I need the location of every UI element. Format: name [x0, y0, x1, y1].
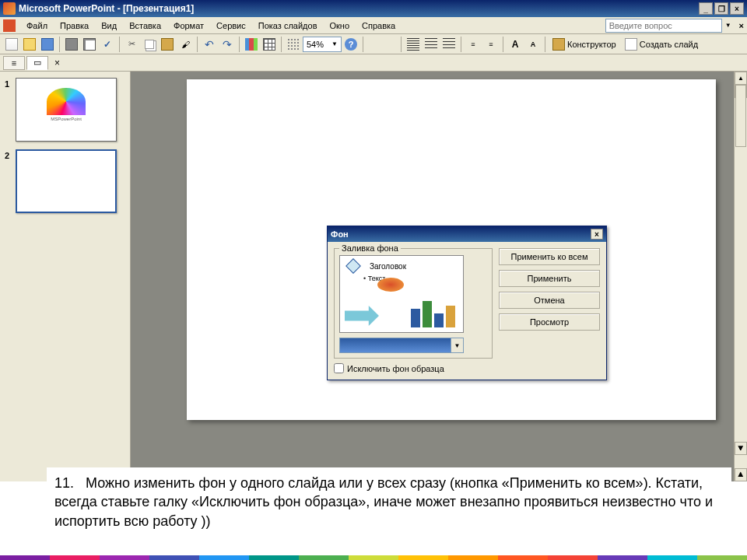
thumbnail-number: 1	[5, 78, 16, 142]
font-shrink-button[interactable]: A	[524, 36, 542, 53]
caption-text: Можно изменить фон у одного слайда или у…	[54, 475, 713, 529]
separator	[59, 37, 60, 52]
separator	[197, 37, 198, 52]
exclude-master-input[interactable]	[334, 363, 344, 373]
slides-tab[interactable]: ▭	[26, 56, 48, 70]
thumbnail-item[interactable]: 1 MSPowerPoint	[5, 78, 125, 142]
paste-button[interactable]	[159, 36, 176, 53]
splash-graphic	[377, 278, 404, 292]
vertical-scrollbar[interactable]: ▲ ▼ ⯅ ⯆	[734, 72, 747, 481]
print-button[interactable]	[63, 36, 80, 53]
spellcheck-button[interactable]: ✓	[99, 36, 116, 53]
outline-tab[interactable]: ≡	[3, 56, 25, 70]
menu-format[interactable]: Формат	[167, 19, 210, 32]
decrease-indent-button[interactable]: ≡	[465, 36, 482, 53]
scissors-icon: ✂	[128, 39, 135, 49]
thumbnail-preview-selected[interactable]	[16, 149, 117, 213]
menu-edit[interactable]: Правка	[54, 19, 95, 32]
zoom-value: 54%	[307, 40, 324, 49]
fill-group-label: Заливка фона	[339, 243, 401, 253]
redo-button[interactable]: ↷	[219, 36, 236, 53]
bullets-button[interactable]	[423, 36, 440, 53]
cancel-button[interactable]: Отмена	[499, 292, 600, 309]
font-grow-button[interactable]: A	[507, 36, 524, 53]
thumbnail-preview[interactable]: MSPowerPoint	[16, 78, 117, 142]
slide-thumbnails-pane: 1 MSPowerPoint 2	[0, 72, 131, 481]
table-button[interactable]	[261, 36, 278, 53]
doc-icon	[3, 19, 16, 32]
preview-button[interactable]: Просмотр	[499, 313, 600, 331]
preview-button[interactable]	[81, 36, 98, 53]
thumbnail-number: 2	[5, 149, 16, 213]
open-button[interactable]	[21, 36, 38, 53]
cut-button[interactable]: ✂	[123, 36, 140, 53]
bottom-color-strip	[0, 555, 747, 560]
standard-toolbar: ✓ ✂ 🖌 ↶ ↷ 54% ▼ ? ≡ ≡ A A Конструктор Со…	[0, 34, 747, 54]
menu-tools[interactable]: Сервис	[210, 19, 252, 32]
menu-file[interactable]: Файл	[20, 19, 54, 32]
thumbnail-content: MSPowerPoint	[23, 85, 110, 135]
chart-icon	[245, 38, 258, 51]
menu-insert[interactable]: Вставка	[123, 19, 167, 32]
prev-slide-button[interactable]: ⯅	[735, 468, 747, 481]
apply-button[interactable]: Применить	[499, 270, 600, 287]
new-button[interactable]	[3, 36, 20, 53]
align-left-icon	[407, 38, 419, 51]
separator	[119, 37, 120, 52]
fill-color-dropdown[interactable]: ▼	[339, 338, 464, 353]
menu-view[interactable]: Вид	[95, 19, 123, 32]
format-painter-button[interactable]: 🖌	[177, 36, 194, 53]
clipboard-icon	[161, 38, 174, 51]
undo-button[interactable]: ↶	[201, 36, 218, 53]
table-icon	[263, 38, 275, 51]
increase-indent-button[interactable]: ≡	[482, 36, 500, 53]
zoom-dropdown[interactable]: 54% ▼	[303, 37, 342, 52]
help-search-box	[605, 19, 722, 33]
designer-icon	[552, 38, 565, 51]
scroll-thumb[interactable]	[735, 85, 746, 147]
pane-close-button[interactable]: ×	[54, 58, 60, 68]
decrease-indent-icon: ≡	[471, 40, 475, 48]
chart-button[interactable]	[243, 36, 260, 53]
exclude-master-checkbox[interactable]: Исключить фон образца	[334, 363, 493, 373]
bars-graphic	[411, 301, 455, 327]
restore-button[interactable]: ❐	[714, 2, 728, 15]
dialog-body: Заливка фона Заголовок Текст ▼ Исключить…	[328, 242, 606, 380]
grid-button[interactable]	[285, 36, 302, 53]
numbering-button[interactable]	[440, 36, 458, 53]
help-dropdown-arrow[interactable]: ▼	[725, 22, 731, 29]
menu-window[interactable]: Окно	[324, 19, 356, 32]
close-button[interactable]: ×	[730, 2, 744, 15]
separator	[239, 37, 240, 52]
background-dialog: Фон × Заливка фона Заголовок Текст ▼	[327, 226, 607, 380]
new-icon	[5, 38, 18, 51]
preview-icon	[83, 38, 96, 51]
minimize-button[interactable]: _	[699, 2, 713, 15]
fill-groupbox: Заливка фона Заголовок Текст ▼	[334, 248, 493, 359]
next-slide-button[interactable]: ⯆	[735, 442, 747, 455]
new-slide-button[interactable]: Создать слайд	[621, 36, 702, 53]
mdi-close-button[interactable]: ×	[739, 21, 744, 30]
help-search-input[interactable]	[605, 19, 722, 33]
window-titlebar: Microsoft PowerPoint - [Презентация1] _ …	[0, 0, 747, 17]
thumbnail-item[interactable]: 2	[5, 149, 125, 213]
scroll-up-button[interactable]: ▲	[735, 72, 747, 85]
dialog-titlebar[interactable]: Фон ×	[328, 226, 606, 242]
align-left-button[interactable]	[405, 36, 422, 53]
numbering-icon	[443, 38, 455, 51]
apply-all-button[interactable]: Применить ко всем	[499, 248, 600, 265]
menu-slideshow[interactable]: Показ слайдов	[252, 19, 324, 32]
menu-help[interactable]: Справка	[356, 19, 402, 32]
help-button[interactable]: ?	[342, 36, 359, 53]
folder-open-icon	[23, 38, 36, 51]
dialog-close-button[interactable]: ×	[591, 229, 603, 240]
window-title: Microsoft PowerPoint - [Презентация1]	[19, 3, 699, 14]
new-slide-icon	[625, 38, 637, 51]
preview-title-text: Заголовок	[370, 262, 406, 271]
copy-button[interactable]	[141, 36, 158, 53]
chevron-down-icon: ▼	[451, 338, 463, 352]
powerpoint-app-icon	[3, 2, 16, 15]
save-button[interactable]	[39, 36, 56, 53]
designer-button[interactable]: Конструктор	[549, 36, 620, 53]
instruction-caption: 11. Можно изменить фон у одного слайда и…	[47, 467, 731, 537]
